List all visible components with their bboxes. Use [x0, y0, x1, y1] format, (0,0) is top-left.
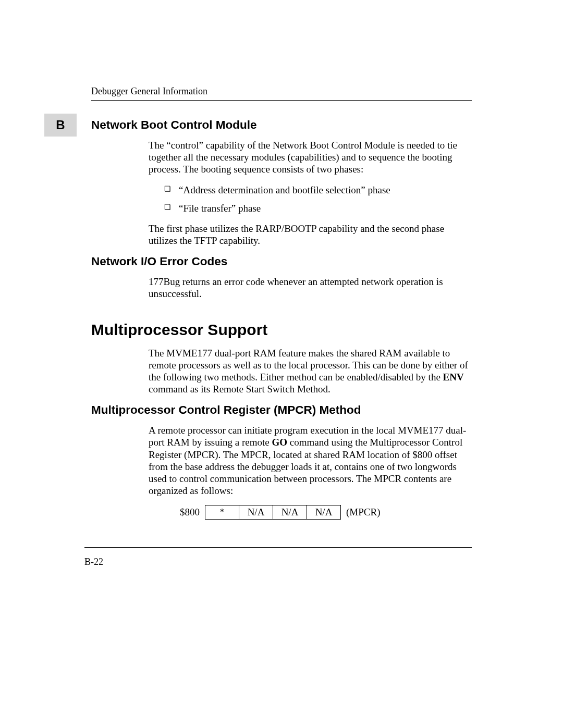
content-area: Network Boot Control Module The “control… [91, 118, 472, 520]
document-page: Debugger General Information B Network B… [0, 0, 563, 728]
para: The MVME177 dual-port RAM feature makes … [149, 347, 472, 396]
text-run: command as its Remote Start Switch Metho… [149, 384, 331, 394]
para: The “control” capability of the Network … [149, 139, 472, 176]
para: The first phase utilizes the RARP/BOOTP … [149, 223, 472, 246]
para: 177Bug returns an error code whenever an… [149, 276, 472, 300]
body-netboot: The “control” capability of the Network … [149, 139, 472, 246]
reg-cell: N/A [307, 505, 341, 520]
register-label: (MPCR) [346, 507, 380, 518]
bold-env: ENV [443, 372, 464, 382]
heading-mpcr: Multiprocessor Control Register (MPCR) M… [91, 403, 472, 417]
text-run: The MVME177 dual-port RAM feature makes … [149, 348, 468, 382]
heading-network-error: Network I/O Error Codes [91, 255, 472, 268]
list-item: “Address determination and bootfile sele… [164, 184, 472, 196]
para: A remote processor can initiate program … [149, 424, 472, 497]
body-mpcr: A remote processor can initiate program … [149, 424, 472, 520]
body-neterr: 177Bug returns an error code whenever an… [149, 276, 472, 300]
page-number: B-22 [84, 557, 103, 567]
list-item: “File transfer” phase [164, 202, 472, 214]
heading-multiprocessor: Multiprocessor Support [91, 321, 472, 339]
bullet-list: “Address determination and bootfile sele… [164, 184, 472, 214]
reg-cell: N/A [239, 505, 273, 520]
bold-go: GO [272, 437, 287, 448]
running-head: Debugger General Information [91, 86, 472, 97]
heading-network-boot: Network Boot Control Module [91, 118, 472, 132]
register-layout: $800 * N/A N/A N/A (MPCR) [180, 505, 472, 520]
reg-cell: * [205, 505, 239, 520]
register-address: $800 [180, 507, 200, 518]
appendix-tab: B [44, 114, 77, 137]
body-multi: The MVME177 dual-port RAM feature makes … [149, 347, 472, 396]
top-rule [91, 100, 472, 101]
reg-cell: N/A [273, 505, 307, 520]
bottom-rule [84, 547, 472, 548]
register-table: * N/A N/A N/A [205, 505, 341, 520]
